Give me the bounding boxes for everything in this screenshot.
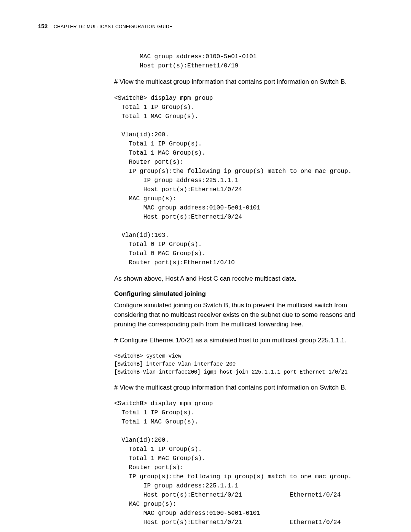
paragraph-view-group-b-2: # View the multicast group information t… [114, 383, 358, 393]
page-container: 152 CHAPTER 16: MULTICAST CONFIGURATION … [0, 0, 411, 532]
paragraph-view-group-b-1: # View the multicast group information t… [114, 77, 358, 87]
page-number: 152 [38, 23, 48, 29]
paragraph-configure-step: # Configure Ethernet 1/0/21 as a simulat… [114, 336, 358, 345]
code-block-mac-group: MAC group address:0100-5e01-0101 Host po… [114, 52, 358, 70]
code-block-system-view: <SwitchB> system-view [SwitchB] interfac… [114, 352, 358, 376]
chapter-title: CHAPTER 16: MULTICAST CONFIGURATION GUID… [54, 24, 173, 29]
code-block-display-mpm-1: <SwitchB> display mpm group Total 1 IP G… [114, 94, 358, 267]
paragraph-summary: As shown above, Host A and Host C can re… [114, 274, 358, 284]
paragraph-configure-intro: Configure simulated joining on Switch B,… [114, 301, 358, 329]
page-header: 152 CHAPTER 16: MULTICAST CONFIGURATION … [38, 23, 373, 29]
section-heading-simulated-joining: Configuring simulated joining [114, 290, 358, 298]
content-area: MAC group address:0100-5e01-0101 Host po… [114, 52, 358, 527]
code-block-display-mpm-2: <SwitchB> display mpm group Total 1 IP G… [114, 399, 358, 527]
